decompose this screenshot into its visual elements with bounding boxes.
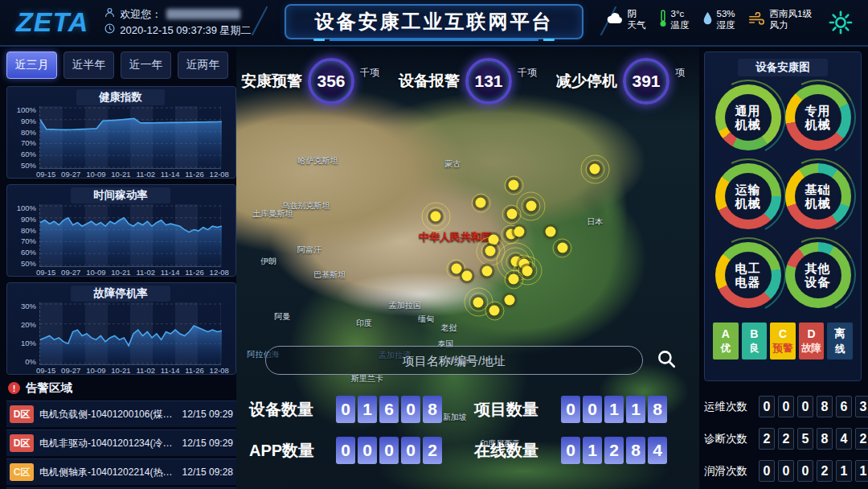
time-tab-近半年[interactable]: 近半年 <box>63 51 114 79</box>
alarm-row[interactable]: D区电机非驱动-10401201234(冷冻压缩机[贝...12/15 09:2… <box>6 429 236 456</box>
rc-digits: 000863 <box>759 396 868 417</box>
digit-box: 5 <box>797 428 813 450</box>
health-ring-基础机械: 基础机械 <box>785 163 851 229</box>
digits: 00002 <box>336 437 442 464</box>
y-axis: 30%20%10%0% <box>12 302 39 365</box>
map-label: 伊朗 <box>260 256 276 267</box>
map-dot[interactable] <box>506 209 517 220</box>
alarm-row[interactable]: D区电机负载侧-10401200106(煤气烟气引风...12/15 09:29 <box>6 401 236 427</box>
map-dot[interactable] <box>476 198 486 208</box>
digit-box: 0 <box>561 396 580 423</box>
y-tick-label: 100% <box>12 204 36 212</box>
map-dot[interactable] <box>473 297 484 307</box>
y-tick-label: 80% <box>12 227 36 234</box>
x-tick-label: 10-09 <box>86 268 105 277</box>
map-label: 阿富汗 <box>297 244 321 256</box>
map-dot[interactable] <box>545 227 555 237</box>
time-tab-近一年[interactable]: 近一年 <box>121 51 171 79</box>
kpi-value: 131 <box>474 72 502 91</box>
health-ring-电工电器: 电工电器 <box>715 242 781 308</box>
map-dot[interactable] <box>514 227 524 237</box>
redacted-username <box>166 9 240 19</box>
kpi-value: 356 <box>317 72 345 91</box>
map-dot[interactable] <box>431 212 441 222</box>
kpi-label: 安康预警 <box>241 71 302 92</box>
map-dot[interactable] <box>482 265 493 276</box>
map-dot[interactable] <box>485 246 496 257</box>
x-axis: 09-1509-2710-0910-2111-0211-1411-2612-08 <box>12 170 229 179</box>
x-tick-label: 11-02 <box>136 170 155 179</box>
digit-box: 0 <box>358 437 377 464</box>
digit-box: 2 <box>817 460 833 482</box>
digit-box: 0 <box>336 437 355 464</box>
legend-letter: B <box>750 327 758 340</box>
map-dot[interactable] <box>526 201 536 212</box>
map-dot[interactable] <box>461 271 472 281</box>
digit-box: 1 <box>855 460 868 482</box>
legend-letter: A <box>722 327 730 340</box>
legend-故障: D故障 <box>799 323 825 360</box>
digit-box: 2 <box>778 428 794 450</box>
x-tick-label: 12-08 <box>210 366 229 375</box>
ring-label: 运输机械 <box>725 173 772 220</box>
map-dot[interactable] <box>522 265 533 276</box>
time-tab-近两年[interactable]: 近两年 <box>178 51 228 79</box>
y-tick-label: 70% <box>12 237 36 244</box>
bottom-counters: 设备数量01608项目数量00118APP数量00002在线数量01284 <box>249 396 699 478</box>
y-tick-label: 60% <box>12 150 36 158</box>
alarm-text: 电机非驱动-10401201234(冷冻压缩机[贝... <box>39 437 177 450</box>
user-icon <box>104 6 115 23</box>
map-dot[interactable] <box>489 306 500 316</box>
digit-box: 8 <box>817 428 833 450</box>
digit-box: 0 <box>583 396 602 423</box>
map-dot[interactable] <box>451 264 461 274</box>
weather-text: 西南风1级风力 <box>770 9 812 31</box>
rc-label: 运维次数 <box>704 400 751 414</box>
x-tick-label: 11-26 <box>185 268 204 277</box>
map-label: 哈萨克斯坦 <box>297 155 338 166</box>
map-dot[interactable] <box>509 274 519 285</box>
kpi-label: 设备报警 <box>399 71 460 92</box>
counter-label: APP数量 <box>249 440 326 462</box>
alarm-row[interactable]: C区电机侧轴承-10401202214(热处理2号炉1...12/15 09:2… <box>6 458 236 485</box>
map-label: 斯里兰卡 <box>351 373 383 384</box>
map-label: 日本 <box>587 216 603 228</box>
alarm-time: 12/15 09:29 <box>182 409 233 420</box>
x-tick-label: 09-27 <box>61 170 80 179</box>
digit-box: 2 <box>759 428 775 450</box>
map-dot-halo <box>485 301 504 320</box>
y-tick-label: 50% <box>12 162 36 169</box>
digit-box: 0 <box>797 396 813 417</box>
map-label: 巴基斯坦 <box>313 269 346 281</box>
map-label: 乌兹别克斯坦 <box>281 200 330 212</box>
health-legend: A优B良C预警D故障离线 <box>713 323 853 360</box>
x-axis: 09-1509-2710-0910-2111-0211-1411-2612-08 <box>12 268 229 277</box>
y-tick-label: 90% <box>12 216 36 223</box>
x-axis: 09-1509-2710-0910-2111-0211-1411-2612-08 <box>12 366 229 375</box>
digit-box: 0 <box>561 437 580 464</box>
rc-digits: 000211 <box>759 460 868 482</box>
digit-box: 8 <box>626 437 645 464</box>
digits: 01284 <box>561 437 667 464</box>
time-tab-近三月[interactable]: 近三月 <box>6 51 57 79</box>
digit-box: 3 <box>855 396 868 417</box>
map-dot[interactable] <box>590 164 600 175</box>
map-dot[interactable] <box>557 243 567 253</box>
legend-预警: C预警 <box>770 323 796 360</box>
digits: 00118 <box>561 396 667 423</box>
map-dot[interactable] <box>504 295 514 306</box>
x-tick-label: 10-21 <box>111 170 130 179</box>
kpi-安康预警: 安康预警356千项 <box>241 58 379 105</box>
search-icon[interactable] <box>656 348 677 372</box>
x-tick-label: 11-14 <box>161 170 180 179</box>
x-tick-label: 11-26 <box>185 366 204 375</box>
map-dot-halo <box>504 269 523 289</box>
gear-icon[interactable] <box>828 10 854 35</box>
kpi-circle: 131 <box>465 58 512 105</box>
map-dot[interactable] <box>488 234 498 244</box>
digit-box: 1 <box>626 396 645 423</box>
alarm-text: 电机侧轴承-10401202214(热处理2号炉1... <box>39 466 177 479</box>
search-input[interactable] <box>265 346 643 375</box>
map-dot[interactable] <box>509 180 519 191</box>
title-frame: 设备安康工业互联网平台 <box>285 4 583 39</box>
